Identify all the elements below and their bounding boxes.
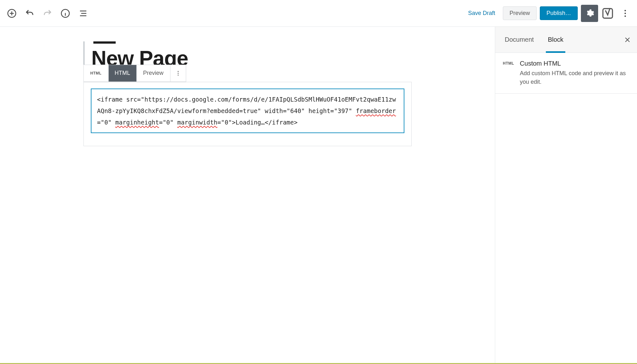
- block-more-button[interactable]: [170, 65, 186, 82]
- workspace: New Page HTML HTML Preview <iframe src="…: [0, 27, 637, 364]
- preview-button[interactable]: Preview: [503, 6, 537, 20]
- svg-point-3: [625, 10, 626, 11]
- block-toolbar: HTML HTML Preview: [83, 65, 186, 82]
- undo-icon: [25, 9, 34, 18]
- block-type-description: Add custom HTML code and preview it as y…: [520, 69, 629, 86]
- outline-button[interactable]: [75, 5, 91, 21]
- toolbar-right: Save Draft Preview Publish…: [464, 5, 633, 22]
- sidebar-tab-row: Document Block: [495, 27, 637, 53]
- svg-point-7: [177, 73, 178, 74]
- top-toolbar: Save Draft Preview Publish…: [0, 0, 637, 27]
- redo-button[interactable]: [40, 5, 55, 21]
- publish-button[interactable]: Publish…: [540, 6, 578, 20]
- settings-sidebar: Document Block HTML Custom HTML Add cust…: [495, 27, 637, 364]
- sidebar-close-button[interactable]: [620, 33, 634, 47]
- more-vertical-icon: [620, 9, 630, 18]
- yoast-icon: [601, 7, 614, 20]
- svg-point-6: [177, 71, 178, 72]
- plus-circle-icon: [7, 9, 17, 18]
- yoast-button[interactable]: [601, 7, 614, 20]
- settings-button[interactable]: [581, 5, 598, 22]
- info-icon: [61, 9, 70, 18]
- title-accent-bar: [93, 41, 116, 44]
- more-menu-button[interactable]: [617, 5, 633, 21]
- toolbar-left: [4, 5, 91, 21]
- list-icon: [78, 9, 88, 18]
- undo-button[interactable]: [22, 5, 38, 21]
- tab-block[interactable]: Block: [541, 27, 570, 53]
- block-tab-preview[interactable]: Preview: [137, 65, 170, 82]
- block-info-panel: HTML Custom HTML Add custom HTML code an…: [495, 53, 637, 94]
- block-tab-html[interactable]: HTML: [109, 65, 137, 82]
- svg-point-4: [625, 12, 626, 14]
- block-type-icon[interactable]: HTML: [84, 65, 109, 82]
- custom-html-block[interactable]: <iframe src="https://docs.google.com/for…: [83, 82, 412, 146]
- redo-icon: [43, 9, 52, 18]
- tab-document[interactable]: Document: [498, 27, 541, 53]
- close-icon: [624, 36, 631, 43]
- svg-point-8: [177, 75, 178, 75]
- more-vertical-icon: [175, 70, 181, 76]
- editor-canvas[interactable]: New Page HTML HTML Preview <iframe src="…: [0, 27, 495, 364]
- svg-point-5: [625, 15, 626, 17]
- gear-icon: [585, 9, 594, 18]
- html-code-input[interactable]: <iframe src="https://docs.google.com/for…: [91, 89, 404, 133]
- block-type-title: Custom HTML: [520, 60, 629, 67]
- info-button[interactable]: [57, 5, 73, 21]
- block-icon-label: HTML: [503, 61, 514, 86]
- add-block-button[interactable]: [4, 5, 20, 21]
- save-draft-button[interactable]: Save Draft: [464, 7, 500, 20]
